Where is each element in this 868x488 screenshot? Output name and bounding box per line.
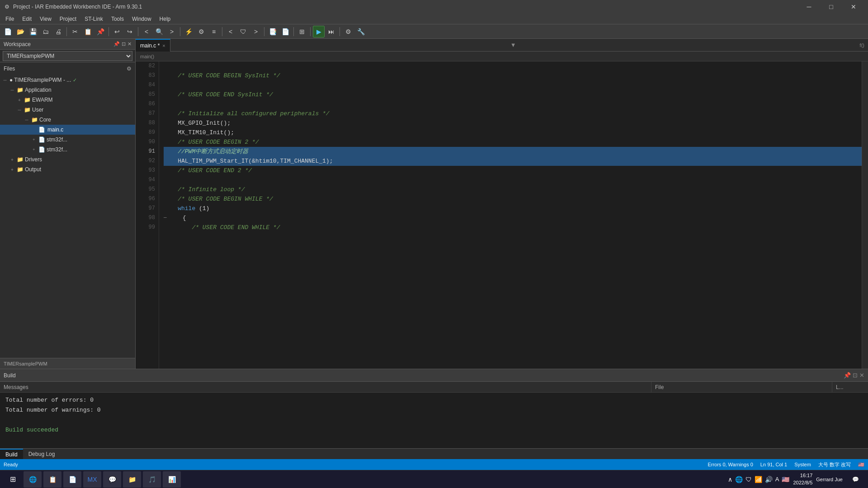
search-button[interactable]: 🔍	[153, 26, 165, 38]
dbg-back-button[interactable]: <	[225, 26, 236, 38]
tree-output[interactable]: + 📁 Output	[0, 164, 135, 174]
code-content[interactable]: /* USER CODE BEGIN SysInit */ /* USER CO…	[159, 61, 862, 369]
application-expand-icon[interactable]: ─	[9, 87, 15, 93]
linenum-98: 98	[136, 213, 155, 223]
file-tree: ─ ● TIMERsamplePWM - ... ✓ ─ 📁 Applicati…	[0, 75, 135, 358]
run-button[interactable]: ▶	[313, 26, 325, 38]
tree-ewarm[interactable]: + 📁 EWARM	[0, 95, 135, 105]
build-pin-icon[interactable]: 📌	[844, 372, 851, 379]
build-tab-build[interactable]: Build	[0, 449, 23, 460]
stm32f1-file-icon: 📄	[38, 136, 45, 143]
multi-btn[interactable]: ≡	[208, 26, 220, 38]
menu-file[interactable]: File	[2, 14, 18, 24]
menu-stlink[interactable]: ST-Link	[81, 14, 107, 24]
toolbar-separator-7	[293, 27, 294, 36]
save-button[interactable]: 💾	[27, 26, 39, 38]
files-header: Files ⚙	[0, 62, 135, 75]
tray-chevron[interactable]: ∧	[728, 476, 732, 483]
minimize-button[interactable]: ─	[799, 0, 819, 14]
copy-button[interactable]: 📋	[82, 26, 94, 38]
nav-forward-button[interactable]: >	[166, 26, 178, 38]
fold-icon-98[interactable]: ─	[164, 213, 167, 223]
save-all-button[interactable]: 🗂	[40, 26, 52, 38]
tray-volume-icon[interactable]: 🔊	[765, 476, 773, 483]
workspace-float-icon[interactable]: ⊡	[122, 41, 126, 47]
taskbar-mx[interactable]: MX	[83, 471, 101, 488]
ewarm-label: EWARM	[32, 97, 53, 103]
shield-button[interactable]: 🛡	[237, 26, 249, 38]
mainc-expand-icon	[31, 127, 37, 133]
new-file-button[interactable]: 📄	[2, 26, 14, 38]
debug-multi-button[interactable]: ⚙	[342, 26, 354, 38]
notification-button[interactable]: 💬	[846, 471, 864, 488]
root-expand-icon[interactable]: ─	[2, 77, 8, 83]
clock[interactable]: 16:17 2022/8/5	[793, 472, 812, 486]
build-errors-line: Total number of errors: 0	[5, 395, 863, 405]
workspace-select[interactable]: TIMERsamplePWM	[3, 51, 132, 61]
taskbar-pdf[interactable]: 📄	[63, 471, 81, 488]
taskbar-vscode[interactable]: 📊	[163, 471, 181, 488]
linenum-96: 96	[136, 194, 155, 204]
tray-font-icon[interactable]: A	[775, 476, 779, 483]
grid-button[interactable]: ⊞	[296, 26, 308, 38]
tree-root[interactable]: ─ ● TIMERsamplePWM - ... ✓	[0, 75, 135, 85]
build-close-icon[interactable]: ✕	[859, 372, 864, 379]
debug-extra-button[interactable]: 🔧	[355, 26, 367, 38]
tree-drivers[interactable]: + 📁 Drivers	[0, 155, 135, 164]
tree-application[interactable]: ─ 📁 Application	[0, 85, 135, 95]
tab-mainc-close[interactable]: ×	[162, 43, 165, 48]
taskbar-browser[interactable]: 🌐	[24, 471, 42, 488]
start-button[interactable]: ⊞	[4, 471, 22, 488]
compile-button[interactable]: ⚙	[195, 26, 207, 38]
workspace-pin-icon[interactable]: 📌	[113, 41, 120, 47]
menu-project[interactable]: Project	[56, 14, 80, 24]
tab-mainc[interactable]: main.c * ×	[136, 39, 170, 52]
menu-view[interactable]: View	[36, 14, 55, 24]
core-expand-icon[interactable]: ─	[24, 117, 30, 123]
build-columns: Messages File L...	[0, 382, 868, 393]
step-button[interactable]: ⏭	[326, 26, 337, 38]
tree-user[interactable]: ─ 📁 User	[0, 105, 135, 115]
menu-window[interactable]: Window	[128, 14, 155, 24]
menu-tools[interactable]: Tools	[108, 14, 127, 24]
linenum-84: 84	[136, 80, 155, 90]
bookmark-button[interactable]: 📑	[267, 26, 278, 38]
taskbar-app-green[interactable]: 📋	[43, 471, 61, 488]
tray-wifi-icon[interactable]: 📶	[755, 476, 762, 483]
files-settings-icon[interactable]: ⚙	[127, 66, 132, 72]
nav-back-button[interactable]: <	[141, 26, 152, 38]
tray-flag-icon[interactable]: 🇺🇸	[782, 476, 789, 483]
make-button[interactable]: ⚡	[183, 26, 194, 38]
file-nav-button[interactable]: 📄	[279, 26, 291, 38]
comment-91: //PWM中断方式启动定时器	[164, 147, 248, 156]
cut-button[interactable]: ✂	[69, 26, 81, 38]
tray-security-icon[interactable]: 🛡	[745, 476, 752, 483]
taskbar-media[interactable]: 🎵	[143, 471, 161, 488]
build-float-icon[interactable]: ⊡	[853, 372, 858, 379]
print-button[interactable]: 🖨	[52, 26, 64, 38]
tree-stm32f1[interactable]: + 📄 stm32f...	[0, 135, 135, 145]
redo-button[interactable]: ↪	[124, 26, 136, 38]
build-tab-debuglog[interactable]: Debug Log	[23, 449, 61, 460]
tree-mainc[interactable]: 📄 main.c	[0, 125, 135, 135]
tray-network-icon[interactable]: 🌐	[735, 476, 743, 483]
tree-core[interactable]: ─ 📁 Core	[0, 115, 135, 125]
open-button[interactable]: 📂	[14, 26, 26, 38]
drivers-expand-icon[interactable]: +	[9, 156, 15, 163]
paste-button[interactable]: 📌	[94, 26, 106, 38]
undo-button[interactable]: ↩	[111, 26, 123, 38]
dbg-fwd-button[interactable]: >	[250, 26, 262, 38]
taskbar-chat[interactable]: 💬	[103, 471, 121, 488]
taskbar-explorer[interactable]: 📁	[123, 471, 141, 488]
menu-help[interactable]: Help	[156, 14, 175, 24]
menu-edit[interactable]: Edit	[19, 14, 35, 24]
ewarm-expand-icon[interactable]: +	[16, 97, 23, 103]
tree-stm32f2[interactable]: + 📄 stm32f...	[0, 145, 135, 155]
close-button[interactable]: ✕	[843, 0, 863, 14]
editor-right-scrollbar[interactable]	[862, 61, 868, 369]
tab-scroll-right[interactable]: ▼	[507, 42, 520, 48]
maximize-button[interactable]: □	[821, 0, 841, 14]
user-expand-icon[interactable]: ─	[16, 107, 23, 113]
output-expand-icon[interactable]: +	[9, 166, 15, 173]
workspace-close-icon[interactable]: ✕	[127, 41, 132, 47]
